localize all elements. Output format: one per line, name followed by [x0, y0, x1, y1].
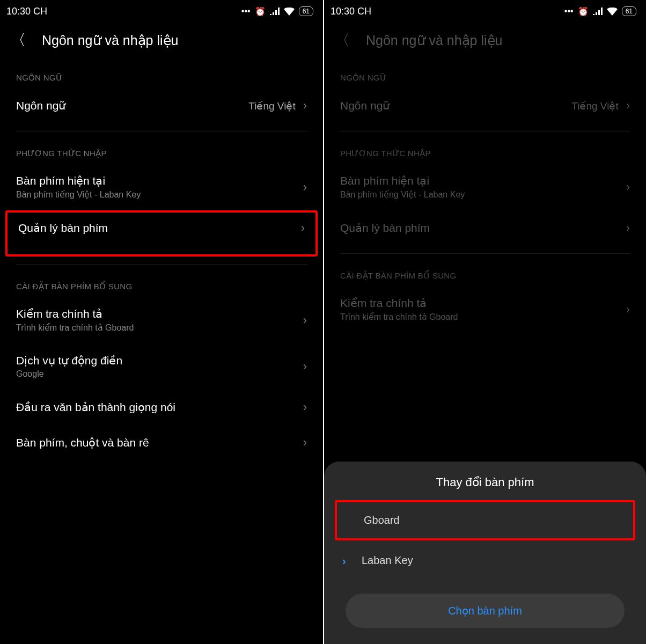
section-extra: CÀI ĐẶT BÀN PHÍM BỔ SUNG	[324, 261, 646, 286]
language-label: Ngôn ngữ	[16, 99, 65, 112]
dimmed-background: 〈 Ngôn ngữ và nhập liệu NGÔN NGỮ Ngôn ng…	[324, 20, 646, 333]
spellcheck-sub: Trình kiểm tra chính tả Gboard	[340, 312, 458, 322]
current-keyboard-row[interactable]: Bàn phím hiện tại Bàn phím tiếng Việt - …	[0, 164, 323, 210]
current-keyboard-row: Bàn phím hiện tại Bàn phím tiếng Việt - …	[324, 164, 646, 210]
section-input: PHƯƠNG THỨC NHẬP	[324, 139, 646, 164]
autofill-row[interactable]: Dịch vụ tự động điền Google ›	[0, 343, 323, 390]
page-header: 〈 Ngôn ngữ và nhập liệu	[0, 20, 323, 63]
current-keyboard-label: Bàn phím hiện tại	[16, 174, 141, 187]
phone-screen-left: 10:30 CH ••• ⏰ 61 〈 Ngôn ngữ và nhập liệ…	[0, 0, 323, 644]
battery-icon: 61	[622, 6, 636, 16]
current-keyboard-sub: Bàn phím tiếng Việt - Laban Key	[16, 189, 141, 200]
pointer-row[interactable]: Bàn phím, chuột và bàn rê ›	[0, 425, 323, 460]
chevron-right-icon: ›	[301, 221, 305, 235]
current-keyboard-label: Bàn phím hiện tại	[340, 174, 465, 187]
keyboard-option-labankey[interactable]: › Laban Key	[335, 543, 635, 579]
chevron-right-icon: ›	[303, 313, 307, 327]
chevron-right-icon: ›	[303, 436, 307, 450]
tts-label: Đầu ra văn bản thành giọng nói	[16, 401, 175, 414]
status-bar: 10:30 CH ••• ⏰ 61	[324, 0, 646, 20]
status-icons: ••• ⏰ 61	[564, 6, 636, 17]
manage-keyboards-label: Quản lý bàn phím	[340, 222, 430, 235]
chevron-right-icon: ›	[303, 400, 307, 414]
chevron-right-icon: ›	[626, 303, 630, 317]
check-icon: ›	[342, 554, 346, 567]
keyboard-option-gboard[interactable]: Gboard	[335, 500, 635, 540]
divider	[340, 131, 630, 131]
spellcheck-label: Kiểm tra chính tả	[340, 297, 458, 310]
tts-row[interactable]: Đầu ra văn bản thành giọng nói ›	[0, 390, 323, 425]
signal-icon	[593, 8, 603, 15]
page-title: Ngôn ngữ và nhập liệu	[42, 33, 178, 48]
section-language: NGÔN NGỮ	[324, 63, 646, 88]
back-button: 〈	[335, 30, 350, 50]
wifi-icon	[284, 8, 295, 16]
chevron-right-icon: ›	[626, 99, 630, 113]
divider	[340, 253, 630, 254]
language-value: Tiếng Việt	[571, 100, 618, 112]
chevron-right-icon: ›	[626, 221, 630, 235]
language-row[interactable]: Ngôn ngữ Tiếng Việt ›	[0, 88, 323, 123]
status-time: 10:30 CH	[331, 6, 371, 17]
page-title: Ngôn ngữ và nhập liệu	[366, 33, 502, 48]
battery-icon: 61	[299, 6, 313, 16]
page-header: 〈 Ngôn ngữ và nhập liệu	[324, 20, 646, 63]
section-extra: CÀI ĐẶT BÀN PHÍM BỔ SUNG	[0, 272, 323, 297]
section-language: NGÔN NGỮ	[0, 63, 323, 88]
section-input: PHƯƠNG THỨC NHẬP	[0, 139, 323, 164]
more-icon: •••	[241, 6, 251, 16]
more-icon: •••	[564, 6, 574, 16]
pointer-label: Bàn phím, chuột và bàn rê	[16, 436, 149, 449]
sheet-title: Thay đổi bàn phím	[335, 475, 635, 489]
action-label: Chọn bàn phím	[448, 605, 522, 617]
spellcheck-sub: Trình kiểm tra chính tả Gboard	[16, 323, 134, 333]
status-bar: 10:30 CH ••• ⏰ 61	[0, 0, 323, 20]
spellcheck-label: Kiểm tra chính tả	[16, 308, 134, 320]
manage-keyboards-row: Quản lý bàn phím ›	[324, 210, 646, 246]
chevron-right-icon: ›	[626, 180, 630, 194]
chevron-right-icon: ›	[303, 99, 307, 113]
chevron-right-icon: ›	[303, 360, 307, 374]
back-button[interactable]: 〈	[11, 30, 26, 50]
keyboard-picker-sheet: Thay đổi bàn phím Gboard › Laban Key Chọ…	[324, 462, 646, 644]
manage-keyboards-label: Quản lý bàn phím	[18, 222, 108, 235]
option-label: Gboard	[364, 514, 400, 526]
divider	[16, 264, 307, 265]
divider	[16, 131, 307, 131]
choose-keyboard-button[interactable]: Chọn bàn phím	[346, 594, 625, 628]
wifi-icon	[607, 8, 618, 16]
spellcheck-row: Kiểm tra chính tả Trình kiểm tra chính t…	[324, 286, 646, 333]
autofill-sub: Google	[16, 369, 122, 379]
status-time: 10:30 CH	[6, 6, 47, 17]
option-label: Laban Key	[362, 554, 413, 566]
alarm-icon: ⏰	[255, 6, 266, 17]
chevron-right-icon: ›	[303, 180, 307, 194]
language-row: Ngôn ngữ Tiếng Việt ›	[324, 88, 646, 123]
status-icons: ••• ⏰ 61	[241, 6, 313, 17]
autofill-label: Dịch vụ tự động điền	[16, 354, 122, 367]
current-keyboard-sub: Bàn phím tiếng Việt - Laban Key	[340, 189, 465, 200]
alarm-icon: ⏰	[578, 6, 589, 17]
spellcheck-row[interactable]: Kiểm tra chính tả Trình kiểm tra chính t…	[0, 297, 323, 343]
signal-icon	[270, 8, 280, 15]
phone-screen-right: 10:30 CH ••• ⏰ 61 〈 Ngôn ngữ và nhập liệ…	[323, 0, 646, 644]
language-label: Ngôn ngữ	[340, 99, 390, 112]
manage-keyboards-row[interactable]: Quản lý bàn phím ›	[5, 210, 318, 257]
language-value: Tiếng Việt	[248, 100, 295, 112]
